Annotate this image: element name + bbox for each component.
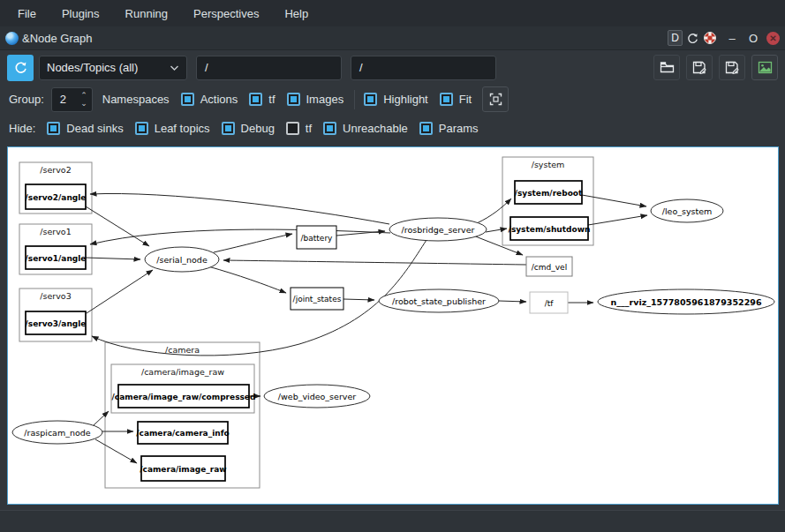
checkbox-indicator[interactable] bbox=[364, 93, 377, 106]
graph-edge bbox=[90, 193, 389, 224]
graph-node-label: /rosbridge_server bbox=[402, 225, 475, 235]
fit-in-view-button[interactable] bbox=[482, 86, 509, 112]
group-level-spinner[interactable]: 2 ⌃⌄ bbox=[51, 87, 93, 112]
reload-plugin-icon[interactable] bbox=[686, 32, 699, 45]
graph-namespace-label: /camera bbox=[165, 345, 200, 355]
rqt-window: File Plugins Running Perspectives Help &… bbox=[0, 0, 785, 532]
graph-namespace-label: /servo1 bbox=[40, 227, 71, 236]
refresh-graph-button[interactable] bbox=[7, 55, 34, 81]
graph-edge bbox=[343, 299, 374, 300]
checkbox-highlight[interactable]: Highlight bbox=[364, 93, 428, 106]
graph-node-label: /robot_state_publisher bbox=[392, 296, 486, 306]
checkbox-indicator[interactable] bbox=[181, 93, 194, 106]
checkbox-indicator[interactable] bbox=[47, 122, 60, 135]
save-edit-icon bbox=[725, 61, 740, 75]
folder-icon bbox=[660, 61, 675, 74]
graph-node-label: /leo_system bbox=[662, 206, 713, 216]
graph-topic-label: /servo2/angle bbox=[26, 193, 87, 202]
graph-topic-label: /battery bbox=[301, 234, 334, 243]
namespaces-label: Namespaces bbox=[102, 93, 170, 106]
node-graph-viewport[interactable]: /servo2/servo1/servo3/system/camera/came… bbox=[7, 146, 779, 505]
checkbox-indicator[interactable] bbox=[222, 122, 235, 135]
checkbox-label: Fit bbox=[459, 93, 472, 106]
checkbox-indicator[interactable] bbox=[323, 122, 336, 135]
checkbox-label: Actions bbox=[200, 93, 238, 106]
checkbox-label: Images bbox=[306, 93, 344, 106]
graph-namespace-label: /system bbox=[532, 160, 565, 169]
graph-edge bbox=[499, 301, 526, 302]
graph-node-label: /raspicam_node bbox=[24, 428, 90, 438]
checkbox-leaf-topics[interactable]: Leaf topics bbox=[135, 122, 210, 135]
checkbox-hide-tf[interactable]: tf bbox=[286, 122, 312, 135]
graph-edge bbox=[208, 266, 286, 293]
graph-topic-label: /system/reboot bbox=[515, 189, 583, 198]
graph-toolbar: Nodes/Topics (all) / / bbox=[0, 50, 785, 85]
graph-namespace-label: /servo2 bbox=[40, 165, 71, 175]
checkbox-unreachable[interactable]: Unreachable bbox=[323, 122, 408, 135]
graph-topic-label: /tf bbox=[545, 299, 555, 308]
graph-edge bbox=[92, 240, 426, 356]
minimize-button[interactable]: – bbox=[726, 32, 738, 45]
checkbox-label: tf bbox=[306, 122, 312, 135]
checkbox-label: Debug bbox=[241, 122, 275, 135]
checkbox-label: Dead sinks bbox=[66, 122, 123, 135]
checkbox-label: Highlight bbox=[383, 93, 428, 106]
menu-running[interactable]: Running bbox=[117, 4, 177, 24]
checkbox-fit[interactable]: Fit bbox=[440, 93, 472, 106]
save-dot-file-button[interactable] bbox=[686, 55, 713, 80]
checkbox-tf-group[interactable]: tf bbox=[249, 93, 275, 106]
menu-file[interactable]: File bbox=[9, 4, 45, 24]
graph-node-label: /web_video_server bbox=[278, 392, 356, 401]
checkbox-indicator[interactable] bbox=[419, 122, 433, 135]
checkbox-label: Params bbox=[439, 122, 479, 135]
graph-node-label: n___rviz_1577805961879352296 bbox=[610, 297, 761, 307]
dock-title-bar: &Node Graph D – O ✕ bbox=[0, 26, 785, 50]
graph-topic-label: /camera/image_raw/compressed bbox=[112, 393, 256, 401]
dock-title: &Node Graph bbox=[22, 32, 93, 45]
checkbox-dead-sinks[interactable]: Dead sinks bbox=[47, 122, 123, 135]
node-graph-svg: /servo2/servo1/servo3/system/camera/came… bbox=[8, 147, 778, 504]
menu-perspectives[interactable]: Perspectives bbox=[185, 4, 268, 24]
status-strip bbox=[0, 510, 785, 532]
topic-filter-input[interactable]: / bbox=[351, 56, 496, 80]
checkbox-indicator[interactable] bbox=[287, 93, 300, 106]
help-lifesaver-icon[interactable] bbox=[703, 31, 717, 45]
dock-toggle-button[interactable]: D bbox=[668, 30, 683, 46]
graph-namespace-label: /servo3 bbox=[40, 291, 71, 301]
graph-edge bbox=[223, 260, 526, 265]
checkbox-label: Leaf topics bbox=[155, 122, 210, 135]
checkbox-indicator[interactable] bbox=[440, 93, 453, 106]
checkbox-debug[interactable]: Debug bbox=[222, 122, 275, 135]
checkbox-actions[interactable]: Actions bbox=[181, 93, 238, 106]
menu-plugins[interactable]: Plugins bbox=[53, 4, 109, 24]
group-label: Group: bbox=[9, 93, 44, 106]
node-graph-app-icon bbox=[5, 32, 19, 45]
image-icon bbox=[758, 61, 773, 74]
graph-type-selected-value: Nodes/Topics (all) bbox=[47, 61, 170, 74]
toolbar-separator bbox=[354, 90, 355, 109]
menu-help[interactable]: Help bbox=[276, 4, 317, 24]
close-button[interactable]: ✕ bbox=[766, 32, 780, 45]
save-edit-icon bbox=[692, 61, 707, 75]
checkbox-params[interactable]: Params bbox=[419, 122, 479, 135]
graph-edge bbox=[588, 215, 647, 225]
open-dot-file-button[interactable] bbox=[653, 55, 680, 80]
graph-edge bbox=[86, 258, 140, 259]
save-image-button[interactable] bbox=[751, 55, 778, 80]
graph-topic-label: /system/shutdown bbox=[509, 225, 591, 234]
group-level-value: 2 bbox=[60, 93, 66, 106]
graph-edge bbox=[214, 234, 292, 252]
spinner-arrows-icon[interactable]: ⌃⌄ bbox=[80, 91, 87, 108]
checkbox-indicator[interactable] bbox=[135, 122, 148, 135]
checkbox-indicator[interactable] bbox=[249, 93, 262, 106]
save-svg-file-button[interactable] bbox=[719, 55, 745, 80]
maximize-button[interactable]: O bbox=[747, 32, 759, 45]
checkbox-images[interactable]: Images bbox=[287, 93, 344, 106]
chevron-down-icon bbox=[170, 64, 179, 71]
graph-topic-label: /camera/image_raw bbox=[140, 465, 226, 474]
graph-topic-label: /servo3/angle bbox=[26, 319, 87, 328]
checkbox-label: tf bbox=[268, 93, 275, 106]
checkbox-indicator[interactable] bbox=[286, 122, 299, 135]
graph-type-select[interactable]: Nodes/Topics (all) bbox=[39, 56, 187, 80]
node-filter-input[interactable]: / bbox=[196, 56, 342, 80]
